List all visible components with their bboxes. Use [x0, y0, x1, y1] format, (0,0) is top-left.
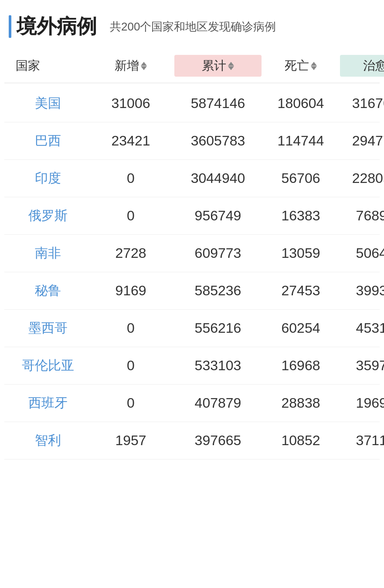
cell-country-8[interactable]: 西班牙	[9, 394, 87, 412]
cell-recovery-4: 506470	[340, 245, 384, 261]
cell-recovery-6: 453104	[340, 320, 384, 336]
cell-new-cases-3: 0	[87, 208, 174, 224]
cell-new-cases-7: 0	[87, 358, 174, 374]
sort-down-icon	[311, 66, 317, 70]
cell-recovery-2: 2280566	[340, 170, 384, 186]
table-row[interactable]: 美国 31006 5874146 180604 3167063	[4, 85, 380, 122]
cell-country-7[interactable]: 哥伦比亚	[9, 357, 87, 375]
cell-recovery-9: 371179	[340, 433, 384, 449]
cell-deaths-4: 13059	[262, 245, 340, 261]
cell-recovery-3: 768906	[340, 208, 384, 224]
page-header: 境外病例 共200个国家和地区发现确诊病例	[4, 9, 380, 49]
cell-country-9[interactable]: 智利	[9, 432, 87, 449]
cell-country-4[interactable]: 南非	[9, 244, 87, 262]
cell-new-cases-2: 0	[87, 170, 174, 186]
table-row[interactable]: 印度 0 3044940 56706 2280566	[4, 160, 380, 197]
sort-up-icon	[141, 62, 147, 66]
cell-cumulative-8: 407879	[174, 395, 262, 411]
cell-cumulative-2: 3044940	[174, 170, 262, 186]
cell-country-3[interactable]: 俄罗斯	[9, 207, 87, 225]
cell-new-cases-4: 2728	[87, 245, 174, 261]
cell-deaths-8: 28838	[262, 395, 340, 411]
sort-arrows-deaths	[311, 62, 317, 70]
cell-deaths-6: 60254	[262, 320, 340, 336]
cell-new-cases-1: 23421	[87, 133, 174, 149]
cell-new-cases-5: 9169	[87, 283, 174, 299]
table-row[interactable]: 西班牙 0 407879 28838 196958	[4, 385, 380, 422]
cell-cumulative-0: 5874146	[174, 95, 262, 112]
cell-cumulative-3: 956749	[174, 208, 262, 224]
col-header-cumulative[interactable]: 累计	[174, 55, 262, 77]
cell-recovery-1: 2947784	[340, 133, 384, 149]
page-container: 境外病例 共200个国家和地区发现确诊病例 国家 新增 累计 死亡	[0, 0, 384, 468]
col-header-new-cases[interactable]: 新增	[87, 55, 174, 77]
cell-new-cases-9: 1957	[87, 433, 174, 449]
cell-deaths-0: 180604	[262, 95, 340, 112]
cell-recovery-8: 196958	[340, 395, 384, 411]
cell-cumulative-1: 3605783	[174, 133, 262, 149]
cell-country-1[interactable]: 巴西	[9, 132, 87, 150]
title-accent-bar	[9, 15, 11, 38]
page-title: 境外病例	[17, 13, 97, 40]
cell-country-6[interactable]: 墨西哥	[9, 319, 87, 337]
cell-deaths-3: 16383	[262, 208, 340, 224]
cell-country-0[interactable]: 美国	[9, 95, 87, 112]
cell-deaths-9: 10852	[262, 433, 340, 449]
sort-down-icon	[228, 66, 234, 70]
col-header-deaths[interactable]: 死亡	[262, 55, 340, 77]
cell-new-cases-8: 0	[87, 395, 174, 411]
col-header-country: 国家	[9, 55, 87, 77]
sort-up-icon	[311, 62, 317, 66]
table-row[interactable]: 秘鲁 9169 585236 27453 399357	[4, 272, 380, 310]
cell-recovery-7: 359792	[340, 358, 384, 374]
cell-cumulative-7: 533103	[174, 358, 262, 374]
cell-recovery-5: 399357	[340, 283, 384, 299]
cell-cumulative-6: 556216	[174, 320, 262, 336]
cell-cumulative-5: 585236	[174, 283, 262, 299]
table-row[interactable]: 南非 2728 609773 13059 506470	[4, 235, 380, 272]
cell-country-2[interactable]: 印度	[9, 169, 87, 187]
sort-down-icon	[141, 66, 147, 70]
table-header: 国家 新增 累计 死亡 治愈	[4, 49, 380, 83]
sort-arrows-cumulative	[228, 62, 234, 70]
page-subtitle: 共200个国家和地区发现确诊病例	[110, 19, 276, 34]
table-row[interactable]: 墨西哥 0 556216 60254 453104	[4, 310, 380, 347]
table-row[interactable]: 智利 1957 397665 10852 371179	[4, 422, 380, 460]
cell-recovery-0: 3167063	[340, 95, 384, 112]
cell-new-cases-0: 31006	[87, 95, 174, 112]
cell-deaths-2: 56706	[262, 170, 340, 186]
cell-new-cases-6: 0	[87, 320, 174, 336]
cell-cumulative-9: 397665	[174, 433, 262, 449]
cell-deaths-7: 16968	[262, 358, 340, 374]
table-row[interactable]: 哥伦比亚 0 533103 16968 359792	[4, 347, 380, 385]
cell-deaths-5: 27453	[262, 283, 340, 299]
cell-cumulative-4: 609773	[174, 245, 262, 261]
col-header-recovery[interactable]: 治愈	[340, 55, 384, 77]
sort-arrows-new-cases	[141, 62, 147, 70]
cell-deaths-1: 114744	[262, 133, 340, 149]
table-row[interactable]: 巴西 23421 3605783 114744 2947784	[4, 122, 380, 160]
table-row[interactable]: 俄罗斯 0 956749 16383 768906	[4, 197, 380, 235]
sort-up-icon	[228, 62, 234, 66]
data-table: 美国 31006 5874146 180604 3167063 巴西 23421…	[4, 85, 380, 460]
title-block: 境外病例	[9, 13, 97, 40]
cell-country-5[interactable]: 秘鲁	[9, 282, 87, 300]
